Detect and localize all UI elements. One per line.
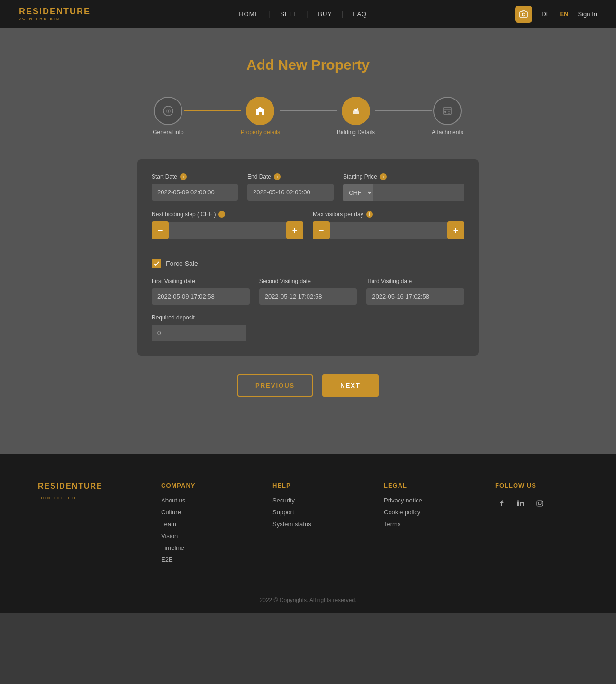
footer-link-culture[interactable]: Culture	[161, 509, 244, 516]
footer-link-privacy[interactable]: Privacy notice	[384, 497, 467, 504]
instagram-icon[interactable]	[533, 497, 546, 510]
step-4-circle	[433, 97, 462, 125]
max-visitors-plus-button[interactable]: +	[447, 221, 464, 239]
svg-rect-6	[517, 502, 519, 506]
footer-link-terms[interactable]: Terms	[384, 520, 467, 528]
footer-legal: LEGAL Privacy notice Cookie policy Terms	[384, 482, 467, 568]
next-bidding-plus-button[interactable]: +	[286, 221, 303, 239]
linkedin-icon[interactable]	[514, 497, 527, 510]
lang-de[interactable]: DE	[542, 10, 550, 18]
footer-logo-sub: JOIN THE BID	[38, 496, 76, 500]
step-1-circle: ①	[154, 97, 182, 125]
stepper: ① General info Property details	[9, 97, 607, 136]
step-bidding-details: Bidding Details	[337, 97, 375, 136]
max-visitors-stepper: − +	[313, 221, 464, 239]
connector-2	[280, 110, 337, 111]
next-bidding-group: Next bidding step ( CHF ) i − +	[152, 211, 303, 239]
next-bidding-minus-button[interactable]: −	[152, 221, 169, 239]
footer-link-security[interactable]: Security	[272, 497, 355, 504]
second-visiting-input[interactable]	[259, 288, 357, 305]
svg-point-7	[517, 500, 519, 502]
footer-link-system-status[interactable]: System status	[272, 520, 355, 528]
step-1-label: General info	[153, 129, 183, 136]
facebook-icon[interactable]	[495, 497, 508, 510]
footer-follow-title: FOLLOW US	[495, 482, 578, 489]
svg-rect-4	[444, 107, 451, 115]
max-visitors-input[interactable]	[330, 222, 447, 239]
required-deposit-group: Required deposit	[152, 314, 246, 341]
connector-1	[184, 110, 241, 111]
start-date-input[interactable]	[152, 184, 238, 201]
footer-social	[495, 497, 578, 510]
logo: RESIDENTURE JOIN THE BID	[19, 7, 91, 21]
force-sale-checkbox[interactable]	[152, 259, 161, 268]
required-deposit-label: Required deposit	[152, 314, 246, 321]
previous-button[interactable]: PREVIOUS	[237, 374, 313, 397]
btn-row: PREVIOUS NEXT	[9, 374, 607, 397]
step-property-details: Property details	[241, 97, 280, 136]
step-3-circle	[342, 97, 370, 125]
camera-icon[interactable]	[515, 6, 532, 23]
nav-buy[interactable]: BUY	[318, 10, 332, 18]
footer-help-title: HELP	[272, 482, 355, 489]
max-visitors-info-icon[interactable]: i	[366, 211, 373, 218]
start-date-info-icon[interactable]: i	[180, 173, 187, 180]
footer: RESIDENTURE JOIN THE BID COMPANY About u…	[0, 454, 616, 613]
max-visitors-minus-button[interactable]: −	[313, 221, 330, 239]
form-card: Start Date i End Date i Starting Price i	[137, 159, 479, 356]
page-title: Add New Property	[9, 57, 607, 73]
svg-text:①: ①	[165, 108, 171, 115]
lang-en[interactable]: EN	[560, 10, 568, 18]
row-dates: Start Date i End Date i Starting Price i	[152, 173, 464, 201]
svg-point-5	[444, 111, 446, 113]
starting-price-row: CHF EUR USD	[343, 184, 464, 201]
footer-logo-text: RESIDENTURE	[38, 482, 133, 491]
footer-link-support[interactable]: Support	[272, 509, 355, 516]
first-visiting-input[interactable]	[152, 288, 250, 305]
max-visitors-group: Max visitors per day i − +	[313, 211, 464, 239]
next-bidding-stepper: − +	[152, 221, 303, 239]
end-date-info-icon[interactable]: i	[274, 173, 281, 180]
footer-link-timeline[interactable]: Timeline	[161, 544, 244, 551]
footer-link-team[interactable]: Team	[161, 520, 244, 528]
logo-sub: JOIN THE BID	[19, 17, 91, 21]
sign-in-button[interactable]: Sign In	[578, 10, 597, 18]
start-date-group: Start Date i	[152, 173, 238, 201]
next-bidding-label: Next bidding step ( CHF ) i	[152, 211, 303, 218]
nav-faq[interactable]: FAQ	[353, 10, 367, 18]
max-visitors-label: Max visitors per day i	[313, 211, 464, 218]
footer-legal-title: LEGAL	[384, 482, 467, 489]
second-visiting-group: Second Visiting date	[259, 278, 357, 305]
starting-price-label: Starting Price i	[343, 173, 464, 180]
svg-point-0	[522, 13, 525, 16]
next-bidding-input[interactable]	[169, 222, 286, 239]
connector-3	[375, 110, 432, 111]
footer-link-vision[interactable]: Vision	[161, 532, 244, 539]
starting-price-info-icon[interactable]: i	[380, 173, 387, 180]
next-bidding-info-icon[interactable]: i	[218, 211, 225, 218]
first-visiting-group: First Visiting date	[152, 278, 250, 305]
header-right: DE EN Sign In	[515, 6, 597, 23]
next-button[interactable]: NEXT	[322, 374, 379, 397]
svg-point-3	[355, 109, 357, 111]
footer-link-cookie[interactable]: Cookie policy	[384, 509, 467, 516]
footer-logo: RESIDENTURE JOIN THE BID	[38, 482, 133, 568]
starting-price-input[interactable]	[373, 184, 464, 201]
nav-sell[interactable]: SELL	[280, 10, 297, 18]
nav-home[interactable]: HOME	[239, 10, 259, 18]
logo-text: RESIDENTURE	[19, 7, 91, 17]
divider	[152, 249, 464, 249]
step-3-label: Bidding Details	[337, 129, 375, 136]
svg-point-9	[538, 502, 541, 505]
force-sale-row: Force Sale	[152, 259, 464, 268]
footer-top: RESIDENTURE JOIN THE BID COMPANY About u…	[38, 482, 578, 568]
step-4-label: Attachments	[432, 129, 463, 136]
footer-link-about-us[interactable]: About us	[161, 497, 244, 504]
footer-link-e2e[interactable]: E2E	[161, 556, 244, 563]
svg-point-10	[541, 501, 542, 502]
required-deposit-input[interactable]	[152, 325, 246, 341]
third-visiting-input[interactable]	[366, 288, 464, 305]
row-visiting-dates: First Visiting date Second Visiting date…	[152, 278, 464, 305]
currency-select[interactable]: CHF EUR USD	[343, 184, 373, 201]
end-date-input[interactable]	[247, 184, 334, 201]
